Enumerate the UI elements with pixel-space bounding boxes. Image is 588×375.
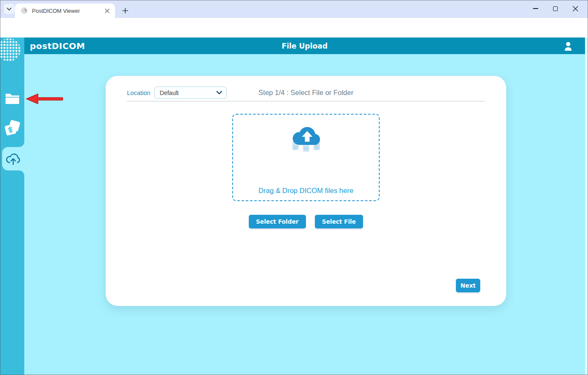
window-minimize-button[interactable]: [525, 0, 545, 17]
sidebar-item-folders[interactable]: [0, 87, 24, 110]
browser-tab[interactable]: PostDICOM Viewer: [15, 3, 115, 18]
select-folder-button[interactable]: Select Folder: [249, 215, 306, 228]
folder-icon: [5, 92, 20, 104]
sidebar-item-studies[interactable]: [0, 117, 24, 141]
new-tab-button[interactable]: [119, 5, 131, 17]
dropzone-text: Drag & Drop DICOM files here: [233, 187, 379, 195]
divider: [127, 101, 485, 101]
favicon: [21, 7, 28, 14]
cloud-upload-illustration: [286, 124, 326, 155]
red-arrow-annotation: [26, 93, 63, 105]
minimize-icon: [533, 8, 538, 9]
select-file-button[interactable]: Select File: [315, 215, 363, 228]
window-maximize-button[interactable]: [545, 0, 565, 17]
page-title: File Upload: [24, 42, 585, 50]
app-sidebar: [0, 38, 24, 375]
close-icon: [573, 6, 578, 12]
page-scrollbar[interactable]: [585, 38, 588, 375]
close-icon: [105, 9, 110, 13]
active-tab-fillet: [19, 170, 24, 176]
browser-tabstrip: PostDICOM Viewer: [0, 0, 588, 18]
sidebar-item-upload-active[interactable]: [2, 147, 24, 170]
chevron-down-icon: [7, 8, 12, 11]
dicom-dropzone[interactable]: Drag & Drop DICOM files here: [232, 114, 380, 201]
person-icon: [564, 42, 572, 51]
plus-icon: [122, 8, 128, 14]
window-close-button[interactable]: [565, 0, 585, 17]
xray-films-icon: [3, 120, 21, 138]
app-header: postDICOM File Upload: [24, 38, 585, 54]
step-title: Step 1/4 : Select File or Folder: [106, 89, 506, 97]
tab-search-button[interactable]: [4, 4, 14, 14]
next-button[interactable]: Next: [456, 279, 480, 292]
tab-title: PostDICOM Viewer: [32, 8, 103, 14]
window-controls: [525, 0, 585, 17]
user-account-button[interactable]: [561, 39, 575, 53]
maximize-icon: [553, 6, 558, 11]
select-buttons-row: Select Folder Select File: [106, 215, 506, 228]
active-tab-fillet: [19, 142, 24, 147]
main-content: Location Default Step 1/4 : Select File …: [24, 54, 585, 375]
postdicom-logo: [0, 38, 24, 64]
cloud-upload-icon: [5, 152, 21, 166]
tab-close-button[interactable]: [103, 7, 111, 14]
upload-card: Location Default Step 1/4 : Select File …: [106, 76, 506, 306]
browser-toolbar: germany.postdicom.com/Viewer/Main Guest: [0, 18, 588, 38]
